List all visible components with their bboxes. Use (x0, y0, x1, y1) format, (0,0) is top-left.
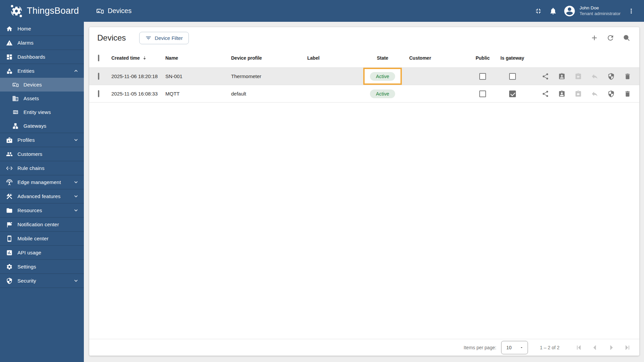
user-role: Tenant administrator (580, 11, 621, 17)
more-menu-button[interactable] (624, 4, 639, 18)
column-label: Customer (409, 55, 431, 61)
page-range-label: 1 – 2 of 2 (540, 345, 559, 350)
table-row[interactable]: 2025-11-06 18:20:18 SN-001 Thermometer A… (89, 68, 639, 85)
sidebar-item-entities[interactable]: Entities (0, 64, 84, 78)
sidebar-item-label: Entity views (23, 109, 51, 115)
gear-icon (6, 263, 13, 270)
row-0-public-checkbox[interactable] (479, 73, 486, 80)
search-button[interactable] (620, 31, 633, 45)
bell-icon (549, 7, 557, 15)
column-label: Device profile (231, 55, 262, 61)
sidebar-item-label: API usage (17, 250, 41, 255)
refresh-button[interactable] (604, 31, 617, 45)
sidebar-item-label: Assets (23, 96, 39, 101)
column-label: Public (476, 55, 490, 61)
select-caret-icon (520, 346, 524, 350)
device-filter-button[interactable]: Device Filter (139, 32, 189, 44)
tools-icon (6, 193, 13, 200)
unassign-from-customer-icon (575, 73, 582, 80)
entities-icon (6, 68, 13, 74)
fullscreen-exit-button[interactable] (531, 4, 546, 18)
make-private-icon (591, 73, 598, 80)
select-all-checkbox[interactable] (98, 55, 99, 61)
dashboards-icon (6, 54, 13, 60)
column-header-customer[interactable]: Customer (402, 55, 474, 61)
refresh-icon (606, 34, 614, 42)
cell-created-time: 2025-11-06 18:20:18 (111, 73, 165, 79)
more-vert-icon (628, 7, 635, 15)
column-header-public[interactable]: Public (474, 55, 491, 61)
sidebar-item-resources[interactable]: Resources (0, 203, 84, 217)
user-menu[interactable]: John Doe Tenant administrator (563, 5, 621, 17)
sidebar-item-label: Alarms (17, 40, 34, 46)
logo[interactable]: ThingsBoard (0, 4, 84, 18)
warning-triangle-icon (6, 40, 13, 46)
column-header-is-gateway[interactable]: Is gateway (491, 55, 533, 61)
items-per-page-select[interactable]: 10 (501, 341, 528, 354)
cell-name: SN-001 (165, 73, 231, 79)
column-header-state[interactable]: State (363, 49, 402, 67)
sidebar-item-settings[interactable]: Settings (0, 260, 84, 274)
next-page-icon (603, 341, 619, 354)
plus-icon (590, 34, 598, 42)
cell-created-time: 2025-11-05 16:08:33 (111, 91, 165, 97)
items-per-page-value: 10 (506, 345, 512, 350)
notifications-button[interactable] (546, 4, 560, 18)
column-label: Label (307, 55, 320, 61)
delete-icon[interactable] (624, 73, 631, 80)
badge-icon (6, 137, 13, 143)
make-private-icon (591, 90, 598, 98)
fullscreen-exit-icon (534, 7, 542, 15)
state-badge: Active (370, 72, 395, 81)
card-header-actions (588, 31, 633, 45)
sidebar-item-gateways[interactable]: Gateways (0, 119, 84, 133)
share-icon[interactable] (542, 90, 549, 98)
code-icon (6, 165, 13, 172)
sidebar-item-label: Edge management (17, 179, 61, 185)
column-label: Is gateway (500, 55, 524, 61)
sidebar-item-alarms[interactable]: Alarms (0, 36, 84, 50)
row-1-public-checkbox[interactable] (479, 90, 486, 97)
devices-icon (96, 7, 104, 15)
share-icon[interactable] (542, 73, 549, 80)
manage-credentials-icon[interactable] (607, 73, 615, 80)
sidebar-item-customers[interactable]: Customers (0, 147, 84, 161)
sidebar-item-devices[interactable]: Devices (0, 78, 84, 92)
flag-icon (6, 221, 13, 228)
column-header-created-time[interactable]: Created time (111, 55, 165, 61)
sidebar-item-api-usage[interactable]: API usage (0, 246, 84, 259)
assign-to-customer-icon[interactable] (558, 73, 566, 80)
table-row[interactable]: 2025-11-05 16:08:33 MQTT default Active (89, 85, 639, 103)
row-0-select-checkbox[interactable] (98, 73, 99, 80)
chevron-down-icon (73, 137, 79, 143)
sidebar-item-security[interactable]: Security (0, 274, 84, 288)
sidebar-item-rule-chains[interactable]: Rule chains (0, 161, 84, 175)
sidebar-item-mobile-center[interactable]: Mobile center (0, 232, 84, 245)
sidebar-item-label: Security (17, 278, 36, 284)
sidebar-item-profiles[interactable]: Profiles (0, 133, 84, 147)
add-device-button[interactable] (588, 31, 601, 45)
row-1-select-checkbox[interactable] (98, 90, 99, 97)
card-header: Devices Device Filter (89, 27, 639, 49)
column-header-label[interactable]: Label (307, 55, 363, 61)
search-icon (623, 34, 631, 42)
row-1-gateway-checkbox[interactable] (509, 90, 516, 97)
sidebar-item-advanced-features[interactable]: Advanced features (0, 189, 84, 203)
column-header-device-profile[interactable]: Device profile (231, 55, 307, 61)
column-header-name[interactable]: Name (165, 55, 231, 61)
sidebar-item-dashboards[interactable]: Dashboards (0, 50, 84, 64)
sidebar-item-entity-views[interactable]: Entity views (0, 105, 84, 119)
sidebar-item-label: Mobile center (17, 236, 49, 241)
delete-icon[interactable] (624, 90, 631, 98)
manage-credentials-icon[interactable] (607, 90, 615, 98)
table-empty-space (89, 103, 639, 339)
sidebar-item-home[interactable]: Home (0, 22, 84, 36)
logo-text: ThingsBoard (27, 6, 79, 16)
row-0-gateway-checkbox[interactable] (509, 73, 516, 80)
sidebar-item-notification-center[interactable]: Notification center (0, 218, 84, 231)
sidebar-item-edge-management[interactable]: Edge management (0, 175, 84, 189)
sidebar-item-label: Settings (17, 264, 36, 269)
cell-device-profile: default (231, 91, 307, 97)
sidebar-item-assets[interactable]: Assets (0, 92, 84, 105)
assign-to-customer-icon[interactable] (558, 90, 566, 98)
